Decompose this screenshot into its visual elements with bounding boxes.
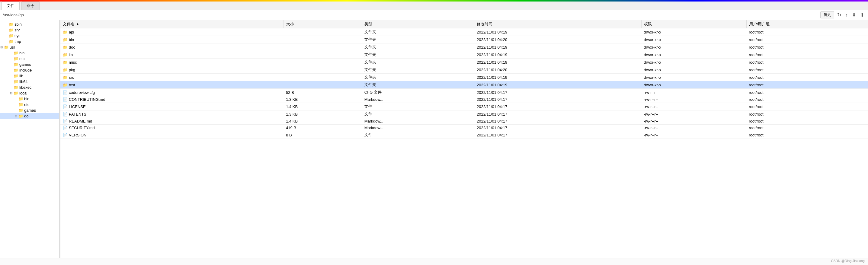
table-row[interactable]: 📁api文件夹2022/11/01 04:19drwxr-xr-xroot/ro… <box>60 28 868 36</box>
file-owner-5: root/root <box>746 66 868 74</box>
download-button[interactable]: ⬇ <box>851 11 857 19</box>
col-header-owner[interactable]: 用户/用户组 <box>746 20 868 28</box>
sidebar-item-games-15[interactable]: 📁games <box>0 107 59 113</box>
tree-label-4: usr <box>10 45 15 49</box>
sidebar-tree: 📁sbin📁srv📁sys📁tmp⊟📁usr📁bin📁etc📁games📁inc… <box>0 20 59 258</box>
file-modified-6: 2022/11/01 04:19 <box>474 74 641 81</box>
file-name-text: bin <box>69 37 74 42</box>
sidebar-item-bin-13[interactable]: 📁bin <box>0 96 59 102</box>
tab-files[interactable]: 文件 <box>1 1 20 10</box>
file-owner-1: root/root <box>746 36 868 43</box>
file-name-cell-3: 📁lib <box>60 51 283 59</box>
file-modified-4: 2022/11/01 04:19 <box>474 59 641 66</box>
sidebar-item-usr-4[interactable]: ⊟📁usr <box>0 44 59 50</box>
file-owner-6: root/root <box>746 74 868 81</box>
table-row[interactable]: 📁lib文件夹2022/11/01 04:19drwxr-xr-xroot/ro… <box>60 51 868 59</box>
file-owner-3: root/root <box>746 51 868 59</box>
file-type-3: 文件夹 <box>362 51 474 59</box>
file-icon: 📄 <box>63 133 68 137</box>
tree-toggle-16: ⊟ <box>15 114 19 118</box>
tree-label-3: tmp <box>14 39 21 44</box>
file-name-text: VERSION <box>69 133 87 137</box>
col-header-size[interactable]: 大小 <box>283 20 362 28</box>
folder-icon: 📁 <box>63 60 68 65</box>
file-list: 文件名 ▲大小类型修改时间权限用户/用户组 📁api文件夹2022/11/01 … <box>60 20 868 258</box>
table-row[interactable]: 📁pkg文件夹2022/11/01 04:20drwxr-xr-xroot/ro… <box>60 66 868 74</box>
file-size-7 <box>283 81 362 89</box>
file-modified-10: 2022/11/01 04:17 <box>474 103 641 110</box>
file-name-text: SECURITY.md <box>69 126 95 130</box>
file-type-7: 文件夹 <box>362 81 474 89</box>
file-name-text: lib <box>69 53 73 57</box>
file-type-14: 文件 <box>362 131 474 139</box>
file-owner-0: root/root <box>746 28 868 36</box>
tree-toggle-12: ⊟ <box>10 92 13 95</box>
sidebar-item-include-8[interactable]: 📁include <box>0 67 59 73</box>
file-modified-0: 2022/11/01 04:19 <box>474 28 641 36</box>
folder-icon-6: 📁 <box>13 57 19 61</box>
tree-label-7: games <box>19 62 31 67</box>
sidebar-item-lib64-10[interactable]: 📁lib64 <box>0 79 59 85</box>
table-row[interactable]: 📄codereview.cfg52 BCFG 文件2022/11/01 04:1… <box>60 89 868 96</box>
file-type-0: 文件夹 <box>362 28 474 36</box>
file-permissions-3: drwxr-xr-x <box>641 51 746 59</box>
folder-icon-3: 📁 <box>9 39 13 44</box>
file-permissions-1: drwxr-xr-x <box>641 36 746 43</box>
table-row[interactable]: 📁misc文件夹2022/11/01 04:19drwxr-xr-xroot/r… <box>60 59 868 66</box>
sidebar-item-tmp-3[interactable]: 📁tmp <box>0 39 59 44</box>
upload-button[interactable]: ⬆ <box>859 11 865 19</box>
sidebar-item-games-7[interactable]: 📁games <box>0 62 59 67</box>
sidebar-item-libexec-11[interactable]: 📁libexec <box>0 85 59 90</box>
file-permissions-2: drwxr-xr-x <box>641 43 746 51</box>
table-row[interactable]: 📄CONTRIBUTING.md1.3 KBMarkdow...2022/11/… <box>60 96 868 103</box>
table-row[interactable]: 📄VERSION8 B文件2022/11/01 04:17-rw-r--r--r… <box>60 131 868 139</box>
folder-icon-0: 📁 <box>9 22 13 27</box>
tab-commands[interactable]: 命令 <box>22 1 39 10</box>
col-header-permissions[interactable]: 权限 <box>641 20 746 28</box>
folder-icon: 📁 <box>63 37 68 42</box>
sidebar-item-srv-1[interactable]: 📁srv <box>0 27 59 33</box>
status-bar: CSDN @Ding Jiaxiong <box>0 258 868 265</box>
sidebar-item-bin-5[interactable]: 📁bin <box>0 50 59 56</box>
folder-icon-12: 📁 <box>13 91 19 95</box>
sidebar-item-sbin-0[interactable]: 📁sbin <box>0 22 59 27</box>
tree-label-16: go <box>24 114 28 118</box>
sidebar-item-etc-14[interactable]: 📁etc <box>0 102 59 107</box>
file-modified-5: 2022/11/01 04:20 <box>474 66 641 74</box>
file-size-8: 52 B <box>283 89 362 96</box>
file-type-9: Markdow... <box>362 96 474 103</box>
table-row[interactable]: 📄PATENTS1.3 KB文件2022/11/01 04:17-rw-r--r… <box>60 110 868 118</box>
file-type-11: 文件 <box>362 110 474 118</box>
table-row[interactable]: 📁bin文件夹2022/11/01 04:20drwxr-xr-xroot/ro… <box>60 36 868 43</box>
sidebar-item-sys-2[interactable]: 📁sys <box>0 33 59 39</box>
up-button[interactable]: ↑ <box>844 12 849 19</box>
table-row[interactable]: 📄SECURITY.md419 BMarkdow...2022/11/01 04… <box>60 125 868 131</box>
sidebar-item-local-12[interactable]: ⊟📁local <box>0 90 59 96</box>
tree-label-11: libexec <box>19 85 31 90</box>
table-row[interactable]: 📄LICENSE1.4 KB文件2022/11/01 04:17-rw-r--r… <box>60 103 868 110</box>
sidebar-item-etc-6[interactable]: 📁etc <box>0 56 59 62</box>
table-row[interactable]: 📁doc文件夹2022/11/01 04:19drwxr-xr-xroot/ro… <box>60 43 868 51</box>
file-size-14: 8 B <box>283 131 362 139</box>
file-permissions-10: -rw-r--r-- <box>641 103 746 110</box>
file-type-12: Markdow... <box>362 118 474 125</box>
refresh-button[interactable]: ↻ <box>836 11 842 19</box>
table-row[interactable]: 📁src文件夹2022/11/01 04:19drwxr-xr-xroot/ro… <box>60 74 868 81</box>
file-size-4 <box>283 59 362 66</box>
table-header-row: 文件名 ▲大小类型修改时间权限用户/用户组 <box>60 20 868 28</box>
folder-icon-10: 📁 <box>13 79 19 84</box>
table-row[interactable]: 📁test文件夹2022/11/01 04:19drwxr-xr-xroot/r… <box>60 81 868 89</box>
col-header-type[interactable]: 类型 <box>362 20 474 28</box>
file-name-text: pkg <box>69 68 75 72</box>
file-size-9: 1.3 KB <box>283 96 362 103</box>
file-name-cell-13: 📄SECURITY.md <box>60 125 283 131</box>
folder-icon-4: 📁 <box>4 45 9 49</box>
folder-icon-14: 📁 <box>19 102 23 107</box>
folder-icon: 📁 <box>63 45 68 49</box>
sidebar-item-lib-9[interactable]: 📁lib <box>0 73 59 79</box>
sidebar-item-go-16[interactable]: ⊟📁go <box>0 113 59 119</box>
col-header-modified[interactable]: 修改时间 <box>474 20 641 28</box>
history-button[interactable]: 历史 <box>820 11 834 19</box>
table-row[interactable]: 📄README.md1.4 KBMarkdow...2022/11/01 04:… <box>60 118 868 125</box>
col-header-name[interactable]: 文件名 ▲ <box>60 20 283 28</box>
